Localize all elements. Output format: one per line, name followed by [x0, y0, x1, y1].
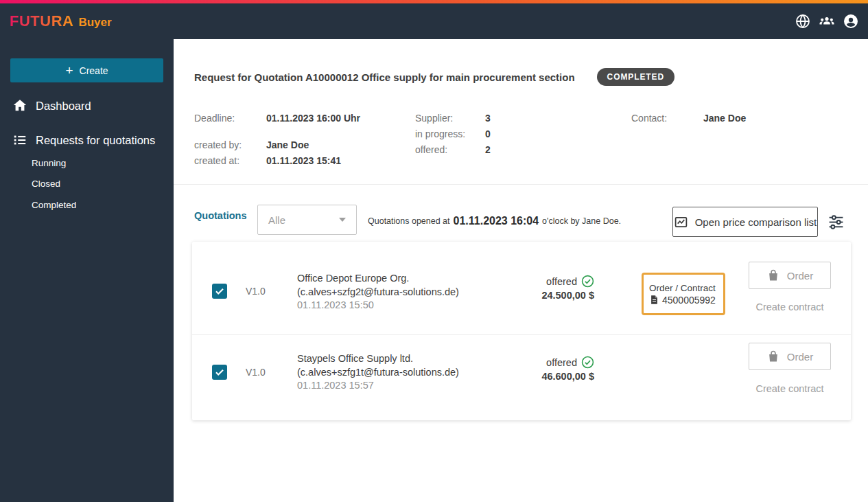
quotation-date: 01.11.2023 15:57: [297, 379, 459, 393]
meta-offered: offered: 2: [415, 142, 491, 158]
offer-status-label: offered: [546, 276, 577, 287]
plus-icon: +: [65, 64, 73, 77]
chart-icon: [674, 215, 688, 229]
sidebar-item-label: Requests for quotations: [36, 134, 155, 147]
order-button[interactable]: Order: [749, 262, 831, 289]
meta-label: created by:: [194, 137, 266, 153]
quotation-checkbox[interactable]: [212, 365, 227, 380]
supplier-email: (c.alves+szfg2t@futura-solutions.de): [297, 286, 459, 299]
app-header: FUTURA Buyer: [0, 3, 868, 39]
logo-buyer-text: Buyer: [78, 16, 111, 30]
request-title-row: Request for Quotation A10000012 Office s…: [194, 68, 675, 86]
order-contract-number: 4500005992: [662, 295, 716, 306]
create-button-label: Create: [80, 65, 108, 76]
quotations-filter-select[interactable]: Alle: [257, 205, 357, 235]
meta-label: created at:: [194, 153, 266, 169]
request-meta-left: Deadline: 01.11.2023 16:00 Uhr created b…: [194, 111, 360, 169]
quotations-section-label: Quotations: [194, 210, 247, 221]
supplier-info: Office Depot Europe Org. (c.alves+szfg2t…: [297, 272, 459, 312]
status-badge: COMPLETED: [597, 68, 675, 86]
meta-label: Deadline:: [194, 111, 266, 126]
check-circle-icon: [581, 275, 594, 288]
meta-label: Supplier:: [415, 111, 485, 126]
compare-button-label: Open price comparison list: [695, 216, 817, 228]
meta-created-by: created by: Jane Doe: [194, 137, 360, 153]
quotations-opened-info: Quotations opened at 01.11.2023 16:04 o'…: [368, 206, 621, 236]
shopping-bag-icon: [766, 350, 780, 363]
page-title: Request for Quotation A10000012 Office s…: [194, 71, 575, 83]
meta-value: Jane Doe: [266, 137, 309, 153]
order-button-label: Order: [787, 270, 813, 282]
chevron-down-icon: [339, 218, 346, 222]
meta-supplier: Supplier: 3: [415, 111, 491, 126]
meta-value: 01.11.2023 16:00 Uhr: [266, 111, 360, 126]
sidebar-item-label: Dashboard: [36, 100, 91, 113]
home-icon: [12, 98, 27, 113]
section-divider: [174, 184, 868, 185]
open-price-comparison-button[interactable]: Open price comparison list: [672, 207, 818, 237]
create-contract-link[interactable]: Create contract: [749, 301, 831, 312]
supplier-email: (c.alves+szfg1t@futura-solutions.de): [297, 366, 459, 380]
meta-value: 2: [485, 142, 491, 158]
users-icon[interactable]: [819, 13, 835, 30]
meta-label: in progress:: [415, 126, 485, 142]
app-logo[interactable]: FUTURA Buyer: [10, 12, 112, 30]
check-icon: [214, 367, 225, 378]
meta-value: 0: [485, 126, 491, 142]
opened-suffix: o'clock by Jane Doe.: [542, 216, 621, 226]
quotation-date: 01.11.2023 15:50: [297, 299, 459, 312]
meta-created-at: created at: 01.11.2023 15:41: [194, 153, 360, 169]
order-contract-label: Order / Contract: [649, 283, 723, 293]
sidebar-item-completed[interactable]: Completed: [32, 200, 76, 210]
order-contract-highlight-box: Order / Contract 4500005992: [642, 273, 725, 315]
order-button-label: Order: [787, 351, 813, 363]
quotations-card: V1.0 Office Depot Europe Org. (c.alves+s…: [192, 242, 851, 420]
supplier-name: Staypels Office Supply ltd.: [297, 352, 459, 366]
opened-time: 01.11.2023 16:04: [454, 215, 539, 227]
meta-label: Contact:: [631, 111, 703, 126]
globe-icon[interactable]: [795, 13, 811, 30]
meta-value: Jane Doe: [703, 111, 746, 126]
offer-status-label: offered: [546, 357, 577, 368]
meta-value: 01.11.2023 15:41: [266, 153, 341, 169]
check-circle-icon: [581, 356, 594, 369]
offer-status-block: offered 24.500,00 $: [526, 275, 594, 301]
sidebar-item-dashboard[interactable]: Dashboard: [12, 98, 91, 113]
check-icon: [214, 286, 225, 297]
quotation-version: V1.0: [246, 367, 266, 378]
supplier-name: Office Depot Europe Org.: [297, 272, 459, 286]
quotation-checkbox[interactable]: [212, 284, 227, 299]
filter-sliders-icon[interactable]: [828, 214, 845, 231]
create-contract-link[interactable]: Create contract: [749, 383, 831, 394]
shopping-bag-icon: [766, 269, 780, 282]
account-icon[interactable]: [843, 13, 859, 30]
list-icon: [12, 133, 27, 148]
sidebar-item-closed[interactable]: Closed: [32, 179, 60, 189]
request-meta-right: Contact: Jane Doe: [631, 111, 746, 126]
request-meta-middle: Supplier: 3 in progress: 0 offered: 2: [415, 111, 491, 158]
row-divider: [192, 334, 851, 335]
logo-futura-text: FUTURA: [10, 12, 73, 30]
opened-prefix: Quotations opened at: [368, 216, 450, 226]
meta-label: offered:: [415, 142, 485, 158]
meta-deadline: Deadline: 01.11.2023 16:00 Uhr: [194, 111, 360, 126]
meta-contact: Contact: Jane Doe: [631, 111, 746, 126]
offer-price: 24.500,00 $: [541, 290, 594, 301]
order-button[interactable]: Order: [749, 343, 831, 370]
document-icon: [649, 295, 659, 305]
quotation-version: V1.0: [246, 286, 266, 297]
sidebar: + Create Dashboard Requests for quotatio…: [0, 39, 174, 502]
header-icons: [795, 13, 859, 30]
order-contract-link[interactable]: 4500005992: [649, 295, 723, 306]
meta-in-progress: in progress: 0: [415, 126, 491, 142]
offer-price: 46.600,00 $: [541, 371, 594, 382]
sidebar-item-running[interactable]: Running: [32, 158, 66, 168]
sidebar-item-requests-for-quotations[interactable]: Requests for quotations: [12, 133, 155, 148]
supplier-info: Staypels Office Supply ltd. (c.alves+szf…: [297, 352, 459, 393]
filter-selected-value: Alle: [268, 214, 285, 226]
create-button[interactable]: + Create: [10, 58, 163, 82]
offer-status-block: offered 46.600,00 $: [526, 356, 594, 382]
meta-value: 3: [485, 111, 491, 126]
